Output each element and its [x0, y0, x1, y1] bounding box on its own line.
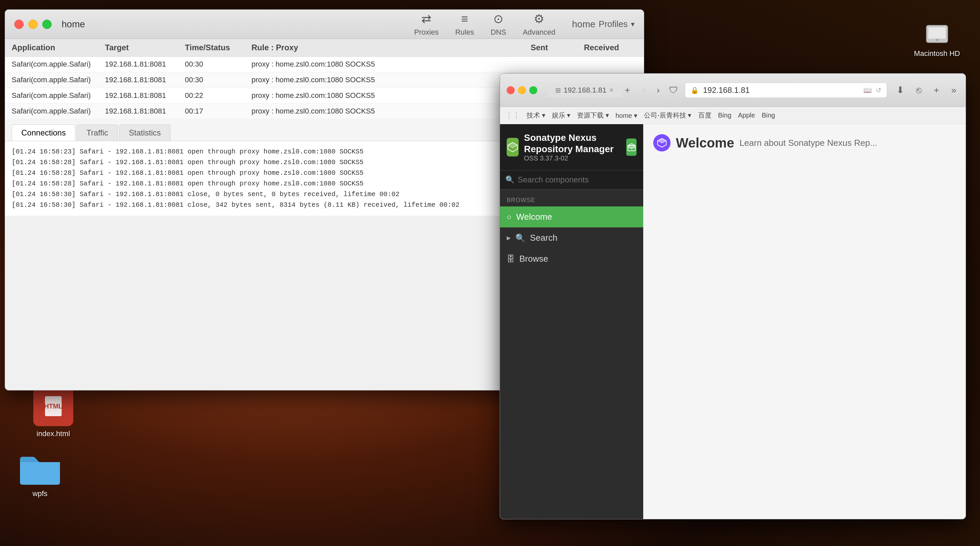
svg-rect-1 [928, 27, 946, 39]
tab-statistics[interactable]: Statistics [119, 124, 170, 141]
bookmark-home[interactable]: home ▾ [616, 111, 638, 119]
new-tab-button[interactable]: + [625, 85, 630, 95]
address-bar[interactable]: 🔒 192.168.1.81 📖 ↺ [685, 83, 887, 98]
bookmark-bing1[interactable]: Bing [718, 111, 732, 119]
nexus-nav: Browse ○ Welcome ▶ 🔍 Search 🗄 Browse [500, 189, 643, 519]
nexus-browse-label: Browse [519, 254, 548, 264]
browser-add-button[interactable]: + [931, 84, 942, 97]
cell-time-status: 00:22 [185, 91, 251, 100]
window-titlebar: home ⇄ Proxies ≡ Rules ⊙ DNS ⚙ Advanced … [5, 10, 644, 39]
nexus-search-input[interactable] [518, 175, 638, 184]
col-received: Received [584, 43, 637, 52]
browser-download-button[interactable]: ⬇ [894, 83, 907, 97]
nexus-app-name: Sonatype Nexus Repository Manager [524, 132, 621, 154]
desktop-icon-wpfs[interactable]: wpfs [20, 453, 60, 498]
browser-close-button[interactable] [507, 86, 515, 94]
nexus-welcome-label: Welcome [516, 212, 552, 222]
tab-close-icon[interactable]: ✕ [609, 87, 614, 94]
browser-share-button[interactable]: ⎋ [913, 84, 924, 97]
cell-application: Safari(com.apple.Safari) [12, 60, 105, 68]
hd-icon[interactable]: Macintosh HD [914, 20, 960, 58]
nexus-welcome-logo [653, 134, 671, 151]
tab-connections[interactable]: Connections [12, 124, 75, 141]
nexus-package-icon [626, 138, 636, 156]
browser-back-button[interactable]: ‹ [640, 84, 649, 97]
cell-time-status: 00:30 [185, 60, 251, 68]
search-nav-icon: 🔍 [515, 233, 525, 243]
advanced-label: Advanced [523, 28, 555, 37]
browser-tab[interactable]: ⊞ 192.168.1.81 ✕ [547, 83, 622, 97]
cell-time-status: 00:17 [185, 107, 251, 116]
nexus-header: Sonatype Nexus Repository Manager OSS 3.… [500, 124, 643, 170]
col-sent: Sent [531, 43, 584, 52]
nexus-nav-search[interactable]: ▶ 🔍 Search [500, 227, 643, 248]
toolbar-profiles[interactable]: home Profiles ▾ [572, 19, 635, 30]
cell-target: 192.168.1.81:8081 [105, 76, 185, 84]
folder-svg-icon [20, 453, 60, 486]
close-button[interactable] [14, 20, 24, 29]
bookmark-entertainment[interactable]: 娱乐 ▾ [552, 111, 571, 120]
dns-icon: ⊙ [493, 12, 503, 26]
wpfs-folder-icon [20, 453, 60, 486]
col-application: Application [12, 43, 105, 52]
nexus-search-bar[interactable]: 🔍 [500, 170, 643, 189]
refresh-icon[interactable]: ↺ [876, 86, 881, 94]
rules-icon: ≡ [461, 12, 468, 26]
toolbar-rules[interactable]: ≡ Rules [455, 12, 474, 37]
bookmark-tech[interactable]: 技术 ▾ [527, 111, 545, 120]
browser-traffic-lights [507, 86, 537, 94]
cell-application: Safari(com.apple.Safari) [12, 91, 105, 100]
toolbar-advanced[interactable]: ⚙ Advanced [523, 12, 555, 37]
index-html-label: index.html [37, 430, 70, 438]
nexus-welcome-cube-icon [657, 138, 667, 148]
nexus-browse-section: Browse [500, 193, 643, 206]
nexus-welcome-subtitle: Learn about Sonatype Nexus Rep... [740, 138, 877, 148]
nexus-welcome-header: Welcome Learn about Sonatype Nexus Rep..… [653, 134, 956, 151]
nexus-search-label: Search [530, 233, 557, 243]
cell-target: 192.168.1.81:8081 [105, 107, 185, 116]
table-row[interactable]: Safari(com.apple.Safari) 192.168.1.81:80… [5, 57, 644, 72]
cell-application: Safari(com.apple.Safari) [12, 76, 105, 84]
svg-marker-7 [657, 138, 666, 143]
lock-icon: 🔒 [690, 86, 699, 94]
desktop-icon-index-html[interactable]: HTML index.html [33, 386, 73, 438]
browser-forward-button[interactable]: › [654, 84, 662, 97]
dns-label: DNS [491, 28, 506, 37]
wpfs-label: wpfs [32, 489, 47, 498]
database-icon: 🗄 [507, 254, 515, 263]
tab-icon: ⊞ [555, 86, 561, 94]
nexus-sidebar: Sonatype Nexus Repository Manager OSS 3.… [500, 124, 643, 519]
toolbar: ⇄ Proxies ≡ Rules ⊙ DNS ⚙ Advanced home … [414, 12, 635, 37]
col-time-status: Time/Status [185, 43, 251, 52]
traffic-lights [14, 20, 52, 29]
bookmark-download[interactable]: 资源下载 ▾ [577, 111, 609, 120]
browser-maximize-button[interactable] [529, 86, 537, 94]
nexus-cube-icon [507, 141, 519, 153]
proxies-icon: ⇄ [422, 12, 431, 26]
index-html-icon: HTML [33, 386, 73, 426]
proxies-label: Proxies [414, 28, 438, 37]
bookmark-baidu[interactable]: 百度 [698, 111, 711, 120]
browser-titlebar: ⊞ 192.168.1.81 ✕ + ‹ › 🛡 🔒 192.168.1.81 … [500, 74, 966, 107]
toolbar-dns[interactable]: ⊙ DNS [491, 12, 506, 37]
profile-name: home [572, 19, 595, 30]
apps-icon[interactable]: ⋮⋮ [505, 111, 520, 120]
nexus-nav-welcome[interactable]: ○ Welcome [500, 206, 643, 227]
maximize-button[interactable] [42, 20, 52, 29]
toolbar-proxies[interactable]: ⇄ Proxies [414, 12, 438, 37]
nexus-app: Sonatype Nexus Repository Manager OSS 3.… [500, 124, 966, 519]
cell-rule-proxy: proxy : home.zsl0.com:1080 SOCKS5 [251, 60, 531, 68]
browser-more-button[interactable]: » [948, 84, 959, 97]
bookmark-company[interactable]: 公司-辰青科技 ▾ [644, 111, 691, 120]
browser-minimize-button[interactable] [518, 86, 526, 94]
minimize-button[interactable] [28, 20, 38, 29]
profiles-label: Profiles [598, 19, 628, 29]
bookmark-apple[interactable]: Apple [738, 111, 755, 119]
svg-text:HTML: HTML [44, 403, 63, 410]
nexus-nav-browse[interactable]: 🗄 Browse [500, 248, 643, 269]
tab-traffic[interactable]: Traffic [76, 124, 118, 141]
rules-label: Rules [455, 28, 474, 37]
address-text: 192.168.1.81 [703, 86, 749, 95]
bookmark-bing2[interactable]: Bing [762, 111, 775, 119]
cell-sent [531, 60, 584, 68]
